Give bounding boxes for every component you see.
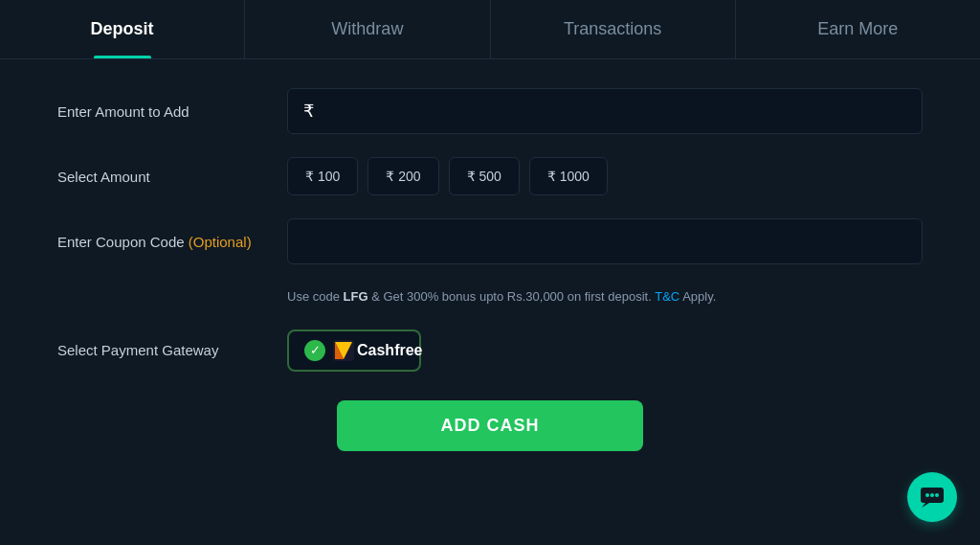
cashfree-label: Cashfree xyxy=(357,342,422,359)
amount-input[interactable] xyxy=(322,102,906,122)
cashfree-logo: Cashfree xyxy=(333,340,422,361)
svg-point-5 xyxy=(930,493,934,497)
deposit-form: Enter Amount to Add ₹ Select Amount ₹ 10… xyxy=(0,59,980,545)
svg-point-4 xyxy=(925,493,929,497)
tab-withdraw[interactable]: Withdraw xyxy=(245,0,490,58)
cashfree-logo-icon xyxy=(333,340,354,361)
promo-code: LFG xyxy=(344,289,368,304)
amount-input-wrapper: ₹ xyxy=(287,88,923,134)
chat-bubble-button[interactable] xyxy=(907,472,957,522)
add-cash-button[interactable]: ADD CASH xyxy=(337,400,643,451)
add-cash-row: ADD CASH xyxy=(57,400,923,451)
promo-text: Use code LFG & Get 300% bonus upto Rs.30… xyxy=(287,287,923,307)
svg-marker-7 xyxy=(922,503,929,508)
quick-amount-100[interactable]: ₹ 100 xyxy=(287,157,358,195)
terms-link[interactable]: T&C xyxy=(655,289,679,304)
tab-deposit[interactable]: Deposit xyxy=(0,0,245,58)
amount-label: Enter Amount to Add xyxy=(57,103,268,120)
payment-gateway-label: Select Payment Gateway xyxy=(57,342,268,358)
svg-point-6 xyxy=(935,493,939,497)
cashfree-check-icon: ✓ xyxy=(304,340,325,361)
main-container: Deposit Withdraw Transactions Earn More … xyxy=(0,0,980,545)
select-amount-label: Select Amount xyxy=(57,169,268,185)
payment-gateway-row: Select Payment Gateway ✓ Cashfree xyxy=(57,329,923,372)
tab-bar: Deposit Withdraw Transactions Earn More xyxy=(0,0,980,59)
select-amount-row: Select Amount ₹ 100 ₹ 200 ₹ 500 ₹ 1000 xyxy=(57,157,923,195)
chat-icon xyxy=(920,487,945,508)
amount-row: Enter Amount to Add ₹ xyxy=(57,88,923,134)
quick-amount-buttons: ₹ 100 ₹ 200 ₹ 500 ₹ 1000 xyxy=(287,157,923,195)
coupon-input[interactable] xyxy=(287,218,923,264)
coupon-row: Enter Coupon Code (Optional) xyxy=(57,218,923,264)
coupon-label: Enter Coupon Code (Optional) xyxy=(57,234,268,250)
tab-earn-more[interactable]: Earn More xyxy=(736,0,980,58)
quick-amount-200[interactable]: ₹ 200 xyxy=(368,157,438,195)
tab-transactions[interactable]: Transactions xyxy=(491,0,736,58)
quick-amount-500[interactable]: ₹ 500 xyxy=(449,157,520,195)
promo-row: Use code LFG & Get 300% bonus upto Rs.30… xyxy=(57,287,923,307)
rupee-symbol: ₹ xyxy=(303,101,314,122)
quick-amount-1000[interactable]: ₹ 1000 xyxy=(529,157,608,195)
cashfree-button[interactable]: ✓ Cashfree xyxy=(287,329,421,372)
